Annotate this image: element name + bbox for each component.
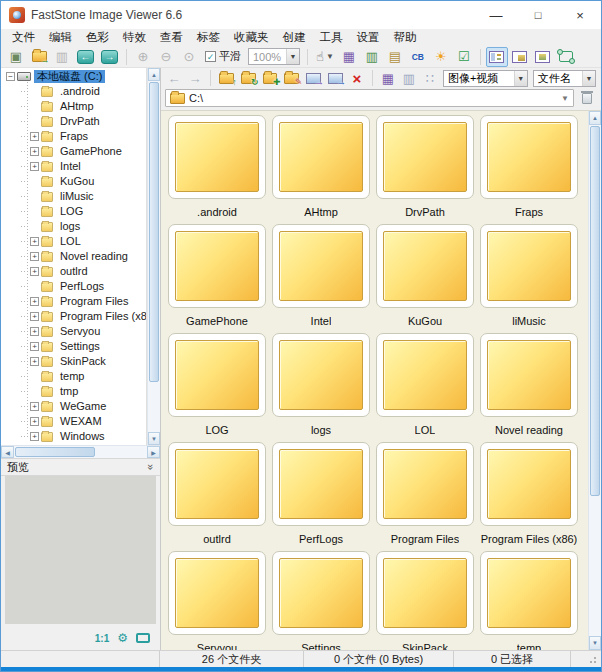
folder-cell[interactable]: Intel [269, 222, 373, 331]
previous-image-button[interactable]: ← [74, 47, 97, 67]
browser-layout-button[interactable] [486, 47, 508, 67]
folder-cell[interactable]: LOG [165, 331, 269, 440]
folder-cell[interactable]: logs [269, 331, 373, 440]
tree-item[interactable]: liMusic [1, 189, 146, 204]
folder-cell[interactable]: Program Files [373, 440, 477, 549]
list-view-button[interactable]: ∷ [420, 69, 440, 87]
menu-item-effects[interactable]: 特效 [116, 29, 153, 46]
expand-icon[interactable]: + [30, 417, 39, 426]
tree-item[interactable]: +outlrd [1, 264, 146, 279]
menu-item-tag[interactable]: 标签 [190, 29, 227, 46]
expand-icon[interactable]: + [30, 267, 39, 276]
tree-item[interactable]: PerfLogs [1, 279, 146, 294]
folder-cell[interactable]: Novel reading [477, 331, 581, 440]
resize-grip-icon[interactable] [589, 654, 599, 664]
grid-scroll-up-icon[interactable]: ▲ [589, 111, 601, 125]
tree-item[interactable]: +Servyou [1, 324, 146, 339]
tree-item[interactable]: temp [1, 369, 146, 384]
tree-item[interactable]: +Intel [1, 159, 146, 174]
collapse-preview-icon[interactable]: » [145, 464, 157, 470]
open-folder-button[interactable]: → [28, 47, 50, 67]
folder-cell[interactable]: KuGou [373, 222, 477, 331]
tree-item[interactable]: AHtmp [1, 99, 146, 114]
tree-item[interactable]: +Novel reading [1, 249, 146, 264]
folder-cell[interactable]: outlrd [165, 440, 269, 549]
screen-settings-button[interactable]: ☑ [453, 47, 475, 67]
close-button[interactable]: × [559, 1, 601, 29]
folder-cell[interactable]: Settings [269, 549, 373, 650]
tree-item[interactable]: +WeGame [1, 399, 146, 414]
tree-item[interactable]: +WEXAM [1, 414, 146, 429]
select-area-button[interactable] [555, 47, 577, 67]
crop-board-button[interactable]: ▤ [384, 47, 406, 67]
folder-cell[interactable]: PerfLogs [269, 440, 373, 549]
tree-item[interactable]: +Settings [1, 339, 146, 354]
menu-item-create[interactable]: 创建 [276, 29, 313, 46]
file-filter-select[interactable]: 图像+视频▼ [443, 70, 528, 87]
maximize-button[interactable]: □ [517, 1, 559, 29]
folder-cell[interactable]: LOL [373, 331, 477, 440]
tree-item[interactable]: logs [1, 219, 146, 234]
folder-cell[interactable]: liMusic [477, 222, 581, 331]
forward-button[interactable]: → [185, 69, 205, 87]
menu-item-view[interactable]: 查看 [153, 29, 190, 46]
tree-hscroll-thumb[interactable] [15, 447, 95, 457]
fullscreen-layout-button[interactable] [532, 47, 554, 67]
folder-cell[interactable]: Servyou [165, 549, 269, 650]
expand-icon[interactable]: + [30, 132, 39, 141]
menu-item-favorites[interactable]: 收藏夹 [227, 29, 276, 46]
menu-item-file[interactable]: 文件 [5, 29, 42, 46]
tree-item[interactable]: −本地磁盘 (C:) [1, 69, 146, 84]
folder-cell[interactable]: SkinPack [373, 549, 477, 650]
folder-cell[interactable]: temp [477, 549, 581, 650]
details-view-button[interactable]: ▥ [399, 69, 419, 87]
zoom-level-select[interactable]: 100%▼ [248, 48, 300, 65]
rename-folder-button[interactable]: ✎ [281, 69, 302, 87]
expand-icon[interactable]: + [30, 402, 39, 411]
tree-item[interactable]: +SkinPack [1, 354, 146, 369]
tree-item[interactable]: +LOL [1, 234, 146, 249]
tree-scroll-down-icon[interactable]: ▼ [148, 432, 160, 445]
adjust-lighting-button[interactable]: ☀ [430, 47, 452, 67]
save-button[interactable]: ▥ [51, 47, 73, 67]
compare-images-button[interactable]: ▥ [361, 47, 383, 67]
tree-item[interactable]: +Program Files [1, 294, 146, 309]
preview-settings-icon[interactable]: ⚙ [117, 632, 128, 644]
expand-icon[interactable]: + [30, 327, 39, 336]
move-to-button[interactable]: → [325, 69, 346, 87]
preview-ratio-button[interactable]: 1:1 [95, 633, 109, 644]
expand-icon[interactable]: + [30, 357, 39, 366]
copy-to-button[interactable]: → [303, 69, 324, 87]
expand-icon[interactable]: + [30, 162, 39, 171]
hand-pan-button[interactable]: ☝▼ [313, 47, 337, 67]
grid-vertical-scrollbar[interactable]: ▲ ▼ [588, 111, 601, 650]
tree-item[interactable]: +Program Files (x86) [1, 309, 146, 324]
expand-icon[interactable]: + [30, 147, 39, 156]
menu-item-edit[interactable]: 编辑 [42, 29, 79, 46]
expand-icon[interactable]: + [30, 237, 39, 246]
address-input[interactable]: C:\ ▼ [165, 89, 574, 107]
folder-cell[interactable]: DrvPath [373, 113, 477, 222]
clear-history-button[interactable] [577, 89, 597, 107]
tree-item[interactable]: tmp [1, 384, 146, 399]
grid-scroll-thumb[interactable] [590, 126, 600, 496]
screen-capture-button[interactable]: ▣ [5, 47, 27, 67]
preview-fit-icon[interactable] [136, 633, 150, 643]
menu-item-colors[interactable]: 色彩 [79, 29, 116, 46]
thumbnails-view-button[interactable]: ▦ [378, 69, 398, 87]
collapse-icon[interactable]: − [6, 72, 15, 81]
expand-icon[interactable]: + [30, 297, 39, 306]
menu-item-tools[interactable]: 工具 [313, 29, 350, 46]
expand-icon[interactable]: + [30, 432, 39, 441]
expand-icon[interactable]: + [30, 342, 39, 351]
tree-scroll-right-icon[interactable]: ▶ [147, 446, 160, 458]
tree-item[interactable]: KuGou [1, 174, 146, 189]
preview-panel-header[interactable]: 预览 » [1, 458, 160, 476]
slideshow-film-button[interactable]: ▦ [338, 47, 360, 67]
tree-vertical-scrollbar[interactable]: ▲ ▼ [147, 68, 160, 445]
smooth-checkbox[interactable]: ✓平滑 [205, 49, 241, 64]
tree-item[interactable]: +GamePhone [1, 144, 146, 159]
expand-icon[interactable]: + [30, 252, 39, 261]
zoom-out-button[interactable]: ⊖ [155, 47, 177, 67]
tree-item[interactable]: +Fraps [1, 129, 146, 144]
